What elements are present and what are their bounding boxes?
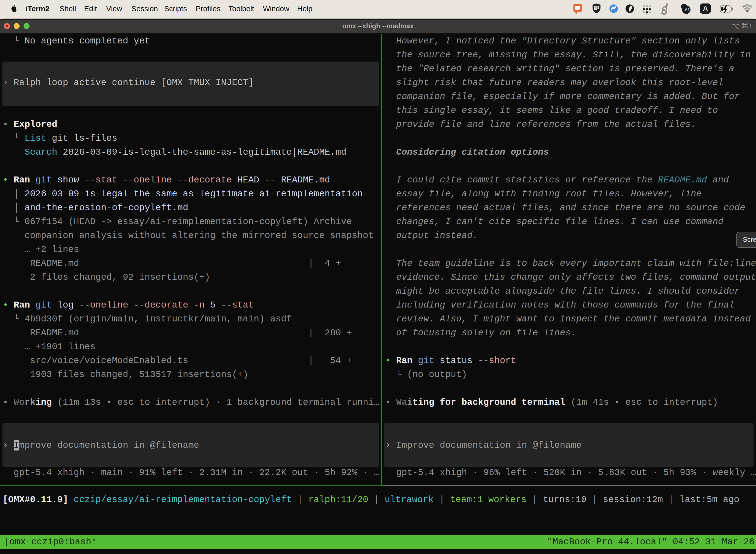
svg-text:1: 1 <box>749 23 752 29</box>
svg-text:..61: ..61 <box>683 7 690 12</box>
